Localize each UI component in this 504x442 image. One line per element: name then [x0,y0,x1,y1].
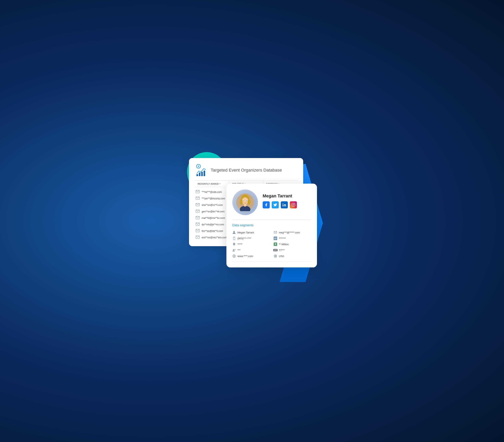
id-icon [274,237,277,240]
svg-point-28 [233,231,235,232]
data-phone: (903)***-**** [232,237,270,240]
svg-point-25 [283,203,283,204]
profile-name-section: Megan Tarrant [263,190,297,208]
email-icon [196,203,200,207]
linkedin-icon[interactable] [281,201,288,208]
profile-photo [236,194,254,211]
email-icon [196,197,200,200]
instagram-icon[interactable] [290,201,297,208]
page-title: Targeted Event Organizers Database [211,167,282,173]
chevron-down-icon: ▾ [219,183,221,185]
data-revenue: $ ** Million [274,243,311,246]
svg-rect-4 [201,172,203,176]
revenue-icon: $ [274,243,277,246]
svg-point-38 [234,249,235,250]
svg-point-24 [246,200,247,201]
svg-point-17 [240,199,243,205]
data-email: meg***@*****.com [274,231,311,234]
svg-rect-2 [197,174,198,176]
svg-rect-32 [234,239,234,240]
svg-point-16 [242,197,248,204]
data-id: ******* [274,237,311,240]
svg-point-34 [275,238,275,239]
phone-icon [232,237,236,240]
svg-rect-20 [244,204,247,207]
email-icon [196,190,200,194]
top-divider [232,220,311,220]
filter-recently-added[interactable]: RECENTLY ADDED ▾ [195,181,229,187]
location-icon [232,243,236,246]
person-icon [232,231,236,234]
card-header: $ Targeted Event Organizers Database [195,164,297,177]
data-employees: *** [232,248,270,252]
avatar [234,191,256,213]
profile-top: Megan Tarrant [232,190,311,215]
facebook-icon[interactable] [263,201,270,208]
data-website: www.****.com [232,254,270,258]
data-grid: Megan Tarrant meg***@*****.com (903)***-… [232,231,311,258]
employees-icon [232,248,236,252]
data-segments-title: Data segments [232,224,311,227]
data-location: ***** [232,243,270,246]
avatar-ring [232,190,258,215]
svg-text:$: $ [198,165,199,168]
email-icon [274,231,277,234]
twitter-icon[interactable] [272,201,279,208]
email-icon [196,223,200,226]
data-full-name: Megan Tarrant [232,231,270,234]
email-icon [196,216,200,220]
bottom-divider [232,261,311,262]
email-icon [196,229,200,233]
social-icons [263,201,297,208]
logo-icon: $ [195,164,208,177]
data-zip: ZIP 77*** [274,248,311,252]
data-country: USA [274,254,311,258]
country-icon [274,254,277,258]
zip-icon: ZIP [274,248,277,252]
profile-card: Megan Tarrant Data [226,184,317,267]
svg-rect-3 [199,173,200,176]
profile-name: Megan Tarrant [263,194,297,198]
svg-rect-5 [204,171,205,176]
svg-point-23 [243,200,244,201]
svg-rect-31 [234,237,234,238]
scene-container: $ Targeted Event Organizers Database REC… [183,152,321,290]
email-icon [196,210,200,213]
svg-point-37 [233,249,234,250]
svg-rect-26 [292,203,295,207]
email-icon [196,236,200,239]
svg-point-18 [248,199,251,205]
website-icon [232,254,236,258]
